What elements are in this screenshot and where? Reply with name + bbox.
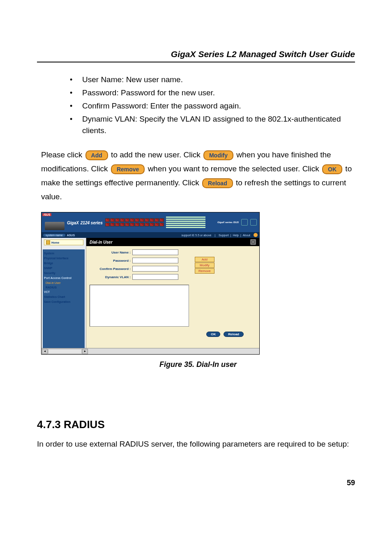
bullet-item: User Name: New user name. (66, 74, 347, 85)
help-link[interactable]: Help (233, 234, 238, 237)
sidebar-item-system[interactable]: System (44, 251, 83, 256)
go-button-icon[interactable] (254, 233, 258, 237)
user-name-input[interactable] (132, 249, 178, 255)
ok-button-graphic: OK (322, 164, 342, 174)
home-tab[interactable]: Home (44, 240, 83, 245)
brand-label: GigaX 2124 series (67, 219, 103, 226)
user-listbox[interactable] (90, 285, 189, 327)
sidebar-item-physical-interface[interactable]: Physical Interface (44, 256, 83, 261)
system-name-label: system name (43, 234, 65, 237)
brand-name: GigaX (67, 221, 79, 225)
port-panel-icon (105, 218, 163, 226)
logout-icon[interactable] (250, 219, 257, 226)
home-icon (46, 240, 50, 244)
bullet-item: Password: Password for the new user. (66, 87, 347, 99)
brand-small-label: GigaX series /SUS (217, 221, 239, 224)
figure-35: /SUS GigaX 2124 series GigaX series /SUS (41, 212, 355, 369)
section-heading: 4.7.3 RADIUS (37, 418, 355, 431)
remove-button-graphic: Remove (111, 164, 145, 174)
reload-button-graphic: Reload (202, 178, 233, 188)
confirm-password-label: Confirm Password : (90, 267, 131, 271)
led-panel-icon (166, 217, 205, 228)
bullet-item: Dynamic VLAN: Specify the VLAN ID assign… (66, 113, 347, 136)
remove-button[interactable]: Remove (195, 268, 214, 274)
panel-title-bar: Dial-in User (86, 238, 259, 246)
radius-paragraph: In order to use external RADIUS server, … (37, 438, 355, 450)
sidebar-item-statistics-chart[interactable]: Statistics Chart (44, 295, 83, 300)
add-button-graphic: Add (85, 150, 108, 160)
sidebar-item-snmp[interactable]: SNMP (44, 266, 83, 271)
scroll-track[interactable] (48, 349, 82, 354)
ok-button[interactable]: OK (206, 332, 220, 337)
browser-support-text: support IE 5.5 or above (182, 234, 212, 237)
sidebar-item-bridge[interactable]: Bridge (44, 261, 83, 266)
confirm-password-input[interactable] (132, 266, 178, 272)
instr-text: to add the new user. Click (111, 150, 203, 159)
figure-caption: Figure 35. Dial-In user (41, 360, 355, 369)
sidebar-item-radius[interactable]: RADIUS (46, 285, 83, 290)
reload-button[interactable]: Reload (224, 332, 244, 337)
password-label: Password : (90, 259, 131, 263)
sidebar-item-dial-in-user[interactable]: Dial-in User (46, 281, 83, 285)
page-number: 59 (37, 479, 355, 487)
dynamic-vlan-label: Dynamic VLAN : (90, 275, 131, 279)
nav-box: System Physical Interface Bridge SNMP Se… (43, 249, 85, 348)
gear-icon (250, 239, 256, 245)
main-panel: Dial-in User User Name : Passwo (86, 238, 259, 348)
bullet-item: Confirm Password: Enter the password aga… (66, 100, 347, 112)
user-name-label: User Name : (90, 251, 131, 254)
about-link[interactable]: About (243, 234, 250, 237)
panel-title-text: Dial-in User (90, 240, 113, 244)
device-image-icon (45, 222, 65, 230)
instruction-paragraph: Please click Add to add the new user. Cl… (41, 148, 355, 204)
modify-button[interactable]: Modify (195, 263, 214, 268)
sidebar-item-security[interactable]: Security (44, 271, 83, 276)
save-icon[interactable] (241, 219, 248, 226)
password-input[interactable] (132, 258, 178, 263)
page-header-title: GigaX Series L2 Managed Switch User Guid… (37, 49, 355, 62)
modify-button-graphic: Modify (203, 150, 233, 160)
sidebar-item-vct[interactable]: VCT (44, 290, 83, 295)
instr-text: when you want to remove the selected use… (148, 164, 321, 173)
sidebar-item-port-access-control[interactable]: Port Access Control (44, 276, 83, 281)
dynamic-vlan-input[interactable] (132, 274, 178, 280)
figure-topbar: /SUS GigaX 2124 series GigaX series /SUS (42, 212, 259, 232)
home-label: Home (51, 241, 59, 244)
scroll-left-icon[interactable]: ◄ (42, 349, 48, 354)
brand-series: 2124 series (81, 221, 103, 225)
instr-text: Please click (41, 150, 85, 159)
scroll-right-icon[interactable]: ► (82, 349, 88, 354)
sidebar: Home System Physical Interface Bridge SN… (42, 238, 86, 348)
bullet-list: User Name: New user name. Password: Pass… (66, 74, 347, 136)
system-name-value: ASUS (67, 234, 75, 237)
asus-logo: /SUS (42, 213, 51, 216)
add-button[interactable]: Add (195, 257, 214, 262)
sidebar-item-save-configuration[interactable]: Save Configuration (44, 300, 83, 304)
support-link[interactable]: Support (219, 234, 229, 237)
system-bar: system name ASUS support IE 5.5 or above… (42, 232, 259, 238)
horizontal-scrollbar[interactable]: ◄ ► (42, 348, 259, 354)
